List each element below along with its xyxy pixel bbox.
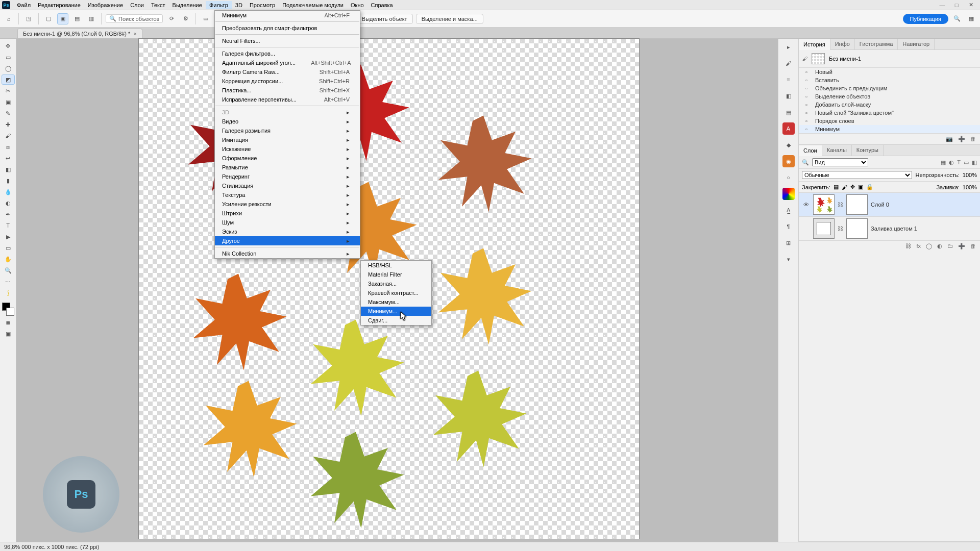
menu-item-wide-angle[interactable]: Адаптивный широкий угол...Alt+Shift+Ctrl… [215,58,360,67]
tab-history[interactable]: История [799,39,830,50]
background-swatch[interactable] [6,308,14,316]
menu-group-texture[interactable]: Текстура▸ [215,190,360,199]
menu-item-last-filter[interactable]: МинимумAlt+Ctrl+F [215,11,360,20]
color-panel-icon[interactable] [782,188,795,200]
dodge-tool-icon[interactable]: ◐ [2,198,15,208]
character-panel-icon[interactable]: A̲ [782,204,795,216]
layer-fx-icon[interactable]: fx [916,243,921,249]
subtract-selection-icon[interactable]: ▤ [71,13,83,24]
lock-image-icon[interactable]: 🖌 [842,184,847,190]
layer-name[interactable]: Заливка цветом 1 [871,226,917,232]
fill-value[interactable]: 100% [963,184,977,190]
new-fill-icon[interactable]: ◐ [937,243,942,249]
menu-file[interactable]: Файл [13,1,34,9]
menu-item-vanishing[interactable]: Исправление перспективы...Alt+Ctrl+V [215,95,360,104]
menu-group-blur-gallery[interactable]: Галерея размытия▸ [215,126,360,135]
history-item[interactable]: ▫Объединить с предыдущим [799,84,980,92]
menu-group-video[interactable]: Видео▸ [215,117,360,126]
submenu-custom[interactable]: Заказная... [361,279,431,288]
settings-icon[interactable]: ⚙ [180,13,191,24]
workspace-switcher-icon[interactable]: ▦ [966,13,977,24]
blur-tool-icon[interactable]: 💧 [2,187,15,197]
menu-group-artistic[interactable]: Имитация▸ [215,135,360,144]
history-item[interactable]: ▫Порядок слоев [799,117,980,125]
shapes-panel-icon[interactable]: ◆ [782,139,795,151]
object-finder[interactable]: 🔍 Поиск объектов [106,14,163,23]
more-panel-icon[interactable]: ▾ [782,253,795,265]
menu-item-smart[interactable]: Преобразовать для смарт-фильтров [215,23,360,33]
mode-rect-icon[interactable]: ▭ [200,13,211,24]
lock-trans-icon[interactable]: ▦ [834,184,839,190]
brush-tool-icon[interactable]: 🖌 [2,131,15,141]
layer-row[interactable]: ⛓ Заливка цветом 1 [799,217,980,241]
menu-text[interactable]: Текст [148,1,169,9]
window-maximize-icon[interactable]: □ [949,2,964,8]
visibility-icon[interactable]: 👁 [802,202,810,208]
menu-item-camera-raw[interactable]: Фильтр Camera Raw...Shift+Ctrl+A [215,67,360,77]
menu-window[interactable]: Окно [347,1,368,9]
link-icon[interactable]: ⛓ [838,226,843,232]
link-icon[interactable]: ⛓ [838,202,843,208]
zoom-tool-icon[interactable]: 🔍 [2,265,15,276]
lock-all-icon[interactable]: 🔒 [866,184,873,190]
link-layers-icon[interactable]: ⛓ [905,243,911,249]
menu-filter[interactable]: Фильтр [206,1,232,9]
lasso-tool-icon[interactable]: ◯ [2,63,15,73]
menu-image[interactable]: Изображение [84,1,127,9]
frame-tool-icon[interactable]: ▣ [2,97,15,107]
presets-panel-icon[interactable]: ≡ [782,73,795,86]
window-minimize-icon[interactable]: — [935,2,949,8]
gradient-tool-icon[interactable]: ▮ [2,176,15,186]
filter-adjust-icon[interactable]: ◐ [949,159,954,166]
delete-layer-icon[interactable]: 🗑 [970,243,976,249]
screenmode-icon[interactable]: ▣ [2,329,15,339]
menu-select[interactable]: Выделение [169,1,206,9]
new-group-icon[interactable]: 🗀 [947,243,953,249]
libraries-panel-icon[interactable]: ▤ [782,106,795,118]
menu-group-nik[interactable]: Nik Collection▸ [215,249,360,258]
plugin-a-icon[interactable]: A [782,122,795,135]
close-tab-icon[interactable]: × [133,31,136,37]
circle-panel-icon[interactable]: ○ [782,171,795,184]
brush-panel-icon[interactable]: 🖌 [782,57,795,69]
object-select-tool-icon[interactable]: ◩ [2,74,15,85]
stamp-tool-icon[interactable]: ⧈ [2,142,15,152]
submenu-hsb[interactable]: HSB/HSL [361,261,431,270]
filter-pixel-icon[interactable]: ▦ [941,159,946,166]
menu-group-other[interactable]: Другое▸ [215,236,360,245]
menu-layers[interactable]: Слои [127,1,148,9]
pen-tool-icon[interactable]: ✒ [2,209,15,219]
snapshot-thumb[interactable] [812,53,825,64]
layer-mask-thumb[interactable] [846,218,868,239]
filter-shape-icon[interactable]: ▭ [964,159,969,166]
menu-view[interactable]: Просмотр [246,1,279,9]
submenu-minimum[interactable]: Минимум... [361,307,431,316]
submenu-material[interactable]: Material Filter [361,270,431,279]
add-selection-icon[interactable]: ▣ [57,13,68,24]
refresh-icon[interactable]: ⟳ [166,13,177,24]
plugin-b-icon[interactable]: ◉ [782,155,795,167]
menu-group-sketch[interactable]: Эскиз▸ [215,227,360,236]
eraser-tool-icon[interactable]: ◧ [2,164,15,174]
menu-group-distort[interactable]: Искажение▸ [215,144,360,154]
tab-histogram[interactable]: Гистограмма [855,39,898,49]
play-action-icon[interactable]: ▸ [782,41,795,53]
new-layer-icon[interactable]: ➕ [958,243,965,249]
menu-group-blur[interactable]: Размытие▸ [215,163,360,172]
tool-preset-icon[interactable]: ◳ [23,13,34,24]
color-swatches[interactable] [2,302,15,316]
menu-item-lens[interactable]: Коррекция дисторсии...Shift+Ctrl+R [215,77,360,86]
menu-3d[interactable]: 3D [232,1,246,9]
submenu-offset[interactable]: Сдвиг... [361,316,431,325]
document-tab[interactable]: Без имени-1 @ 96,8% (Слой 0, RGB/8#) * × [17,29,142,38]
history-item[interactable]: ▫Добавить слой-маску [799,101,980,109]
select-subject-button[interactable]: Выделить объект [356,14,413,24]
glyphs-panel-icon[interactable]: ⊞ [782,237,795,249]
menu-group-stylize[interactable]: Стилизация▸ [215,181,360,190]
type-tool-icon[interactable]: T [2,220,15,231]
history-item[interactable]: ▫Выделение объектов [799,92,980,101]
history-item[interactable]: ▫Новый [799,68,980,76]
crop-tool-icon[interactable]: ✂ [2,86,15,96]
edit-toolbar-icon[interactable]: ⋯ [2,277,15,287]
layer-mask-thumb[interactable] [846,194,868,215]
